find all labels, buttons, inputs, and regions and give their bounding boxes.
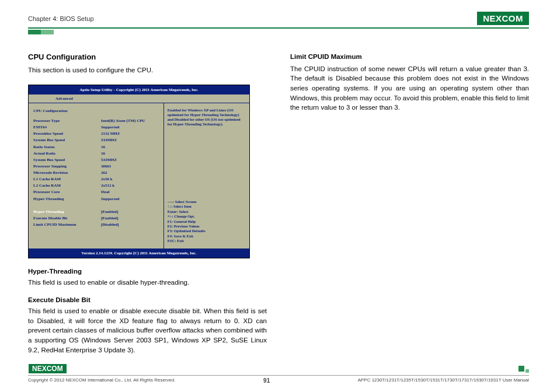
bios-info-row: Ratio Status16	[33, 144, 159, 150]
right-column: Limit CPUID Maximum The CPUID instructio…	[290, 52, 529, 358]
bios-key-hint: Enter: Select	[168, 209, 246, 214]
footer-rule	[28, 375, 529, 376]
bios-key-hint: F1: General Help	[168, 219, 246, 224]
section-title-cpu-config: CPU Configuration	[28, 52, 267, 63]
bios-key-help: ──: Select Screen↑↓: Select ItemEnter: S…	[168, 200, 246, 244]
header-rule	[28, 27, 529, 29]
body-execute-disable-bit: This field is used to enable or disable …	[28, 306, 267, 355]
bios-option-row: Hyper-Threading[Enabled]	[33, 208, 159, 215]
subheading-execute-disable-bit: Execute Disable Bit	[28, 295, 267, 305]
bios-tab-row: Advanced	[29, 94, 249, 103]
bios-section-title: CPU Configuration	[33, 108, 159, 118]
bios-info-row: Processor Stepping30661	[33, 163, 159, 169]
copyright-text: Copyright © 2012 NEXCOM International Co…	[28, 377, 176, 384]
bios-option-row: Execute Disable Bit[Enabled]	[33, 215, 159, 222]
bios-info-row: Microcode Revision262	[33, 170, 159, 176]
left-column: CPU Configuration This section is used t…	[28, 52, 267, 358]
body-limit-cpuid: The CPUID instruction of some newer CPUs…	[290, 64, 529, 113]
document-title: APPC 1230T/1231T/1235T/1530T/1531T/1730T…	[358, 377, 529, 384]
page-number: 91	[263, 377, 270, 384]
subheading-limit-cpuid: Limit CPUID Maximum	[290, 52, 529, 62]
bios-info-row: L2 Cache RAM2x512 k	[33, 183, 159, 189]
bios-screenshot: Aptio Setup Utility - Copyright (C) 2011…	[28, 85, 250, 258]
bios-info-row: EMT64Supported	[33, 124, 159, 131]
section-intro: This section is used to configure the CP…	[28, 65, 267, 75]
bios-info-row: Actual Ratio16	[33, 150, 159, 156]
bios-key-hint: ──: Select Screen	[168, 200, 246, 204]
bios-footer-bar: Version 2.14.1219. Copyright (C) 2011 Am…	[29, 249, 249, 258]
bios-key-hint: F4: Save & Exit	[168, 234, 246, 239]
bios-title-bar: Aptio Setup Utility - Copyright (C) 2011…	[29, 85, 249, 94]
brand-logo: NEXCOM	[477, 12, 529, 25]
bios-info-row: System Bus Speed533MHZ	[33, 137, 159, 144]
accent-bar	[28, 30, 529, 34]
bios-help-panel: Enabled for Windows XP and Linux (OS opt…	[163, 103, 249, 249]
bios-info-row: Hyper-ThreadingSupported	[33, 195, 159, 202]
bios-info-row: Processor CoreDual	[33, 189, 159, 195]
bios-help-text: Enabled for Windows XP and Linux (OS opt…	[168, 108, 246, 127]
bios-key-hint: F2: Previous Values	[168, 224, 246, 229]
chapter-label: Chapter 4: BIOS Setup	[28, 15, 94, 22]
bios-option-row: Limit CPUID Maximum[Disabled]	[33, 222, 159, 228]
body-hyper-threading: This field is used to enable or disable …	[28, 278, 267, 288]
footer-decoration	[518, 366, 529, 372]
bios-info-row: L1 Cache RAM2x56 k	[33, 176, 159, 183]
bios-info-row: System Bus Speed533MHZ	[33, 156, 159, 163]
bios-info-row: Processor TypeIntel(R) Atom (TM) CPU	[33, 117, 159, 124]
bios-tab-advanced: Advanced	[55, 96, 73, 101]
bios-key-hint: ESC: Exit	[168, 239, 246, 243]
bios-key-hint: F3: Optimized Defaults	[168, 229, 246, 233]
bios-info-row: Proceddor Speed2132 MHZ	[33, 131, 159, 137]
bios-main-panel: CPU ConfigurationProcessor TypeIntel(R) …	[29, 103, 163, 249]
subheading-hyper-threading: Hyper-Threading	[28, 267, 267, 276]
footer-logo: NEXCOM	[28, 364, 67, 373]
bios-key-hint: +/-: Change Opt.	[168, 214, 246, 219]
bios-key-hint: ↑↓: Select Item	[168, 204, 246, 209]
